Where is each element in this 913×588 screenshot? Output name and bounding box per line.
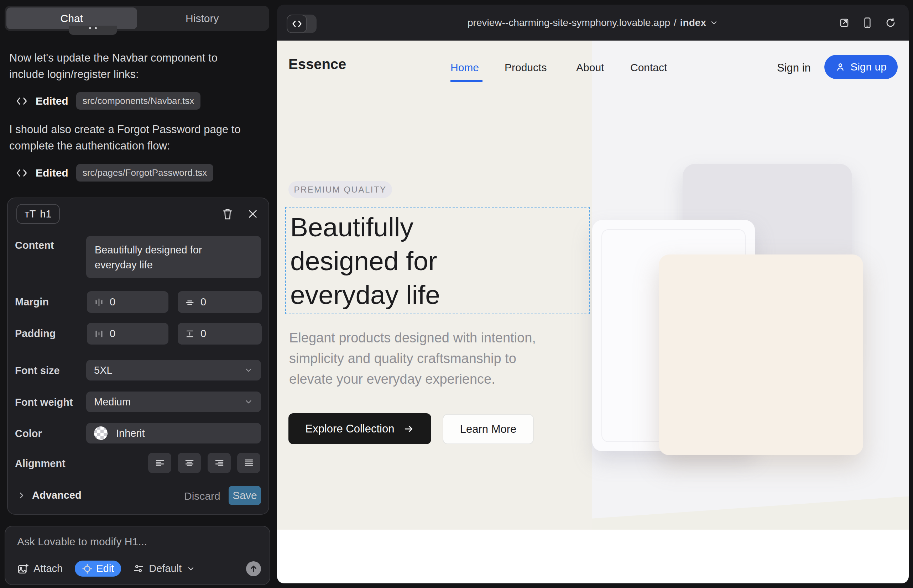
margin-y-input[interactable]: 0	[178, 291, 262, 313]
element-tag: h1	[40, 208, 51, 220]
element-tag-pill[interactable]: тT h1	[16, 204, 60, 224]
attach-button[interactable]: Attach	[17, 563, 63, 575]
alignment-label: Alignment	[15, 458, 66, 470]
chat-message-line: include login/register links:	[9, 66, 218, 82]
edit-label: Edit	[96, 563, 114, 575]
padding-label: Padding	[15, 328, 55, 339]
align-justify-button[interactable]	[237, 453, 260, 473]
hero-heading-line: everyday life	[290, 278, 440, 312]
learn-more-button[interactable]: Learn More	[443, 414, 534, 444]
prompt-box: Ask Lovable to modify H1... Attach Edit …	[5, 526, 270, 585]
explore-collection-label: Explore Collection	[306, 423, 395, 435]
chevron-down-icon	[186, 564, 195, 573]
save-button[interactable]: Save	[228, 486, 261, 505]
content-input[interactable]: Beautifully designed for everyday life	[86, 236, 261, 278]
padding-y-input[interactable]: 0	[178, 323, 262, 344]
nav-link-home[interactable]: Home	[450, 61, 479, 74]
explore-collection-button[interactable]: Explore Collection	[288, 413, 431, 444]
preview-url[interactable]: preview--charming-site-symphony.lovable.…	[468, 17, 670, 29]
nav-link-about[interactable]: About	[576, 61, 604, 74]
padding-y-value: 0	[201, 328, 206, 339]
decorative-card-beige	[659, 255, 863, 455]
font-size-value: 5XL	[94, 365, 113, 376]
mode-select[interactable]: Default	[133, 563, 195, 575]
font-weight-select[interactable]: Medium	[86, 391, 261, 412]
align-center-button[interactable]	[178, 453, 201, 473]
attach-label: Attach	[34, 563, 63, 575]
prompt-toolbar: Attach Edit Default	[17, 561, 261, 577]
content-line: everyday life	[95, 257, 253, 272]
edit-mode-button[interactable]: Edit	[75, 561, 121, 577]
sign-up-button[interactable]: Sign up	[824, 55, 898, 79]
page-name[interactable]: index	[680, 17, 706, 29]
chat-history-tabs: Chat History	[5, 6, 269, 31]
chevron-right-icon	[17, 491, 26, 500]
code-icon[interactable]	[287, 15, 307, 33]
nav-link-contact[interactable]: Contact	[630, 61, 667, 74]
content-label: Content	[15, 239, 54, 251]
advanced-toggle[interactable]: Advanced	[17, 489, 81, 501]
color-select[interactable]: Inherit	[86, 423, 261, 444]
premium-quality-badge: PREMIUM QUALITY	[288, 181, 392, 198]
margin-label: Margin	[15, 296, 49, 308]
file-chip[interactable]: src/components/Navbar.tsx	[76, 92, 201, 110]
align-right-button[interactable]	[207, 453, 231, 473]
app-window: Chat History Now let's update the Navbar…	[0, 0, 913, 588]
image-plus-icon	[17, 563, 29, 575]
color-value: Inherit	[116, 428, 145, 439]
margin-vertical-icon	[185, 297, 195, 307]
font-size-label: Font size	[15, 365, 60, 376]
sign-in-link[interactable]: Sign in	[777, 61, 811, 74]
typography-icon: тT	[24, 208, 36, 220]
margin-x-input[interactable]: 0	[87, 291, 168, 313]
code-preview-toggle[interactable]	[287, 15, 317, 33]
path-separator: /	[674, 17, 677, 29]
edited-label: Edited	[36, 167, 68, 179]
font-weight-value: Medium	[94, 396, 131, 408]
browser-actions	[839, 5, 896, 40]
hero-heading[interactable]: Beautifully designed for everyday life	[290, 210, 440, 312]
edited-file-row: Edited src/pages/ForgotPassword.tsx	[16, 164, 213, 181]
color-label: Color	[15, 428, 42, 439]
hero-heading-line: designed for	[290, 244, 440, 278]
font-weight-label: Font weight	[15, 396, 73, 408]
preview-panel: preview--charming-site-symphony.lovable.…	[277, 5, 909, 583]
refresh-icon[interactable]	[885, 18, 896, 28]
margin-horizontal-icon	[94, 297, 104, 307]
hero-paragraph-line: simplicity and quality craftsmanship to	[289, 348, 536, 369]
element-editor-panel: тT h1 Content Beautifully designed for e…	[7, 197, 269, 515]
chat-message-line: Now let's update the Navbar component to	[9, 50, 218, 66]
arrow-up-icon	[249, 564, 258, 573]
sign-up-label: Sign up	[850, 61, 887, 73]
code-icon	[16, 96, 28, 107]
mobile-view-icon[interactable]	[863, 17, 873, 29]
chevron-down-icon[interactable]	[710, 18, 718, 27]
hero-paragraph-line: elevate your everyday experience.	[289, 369, 536, 389]
tab-history[interactable]: History	[137, 8, 268, 29]
arrow-right-icon	[403, 423, 414, 434]
delete-element-button[interactable]	[222, 207, 233, 220]
chat-message-line: complete the authentication flow:	[9, 138, 241, 154]
nav-link-products[interactable]: Products	[505, 61, 547, 74]
font-size-select[interactable]: 5XL	[86, 360, 261, 381]
mode-label: Default	[149, 563, 181, 575]
site-brand[interactable]: Essence	[288, 56, 346, 72]
hero-heading-line: Beautifully	[290, 210, 440, 244]
align-left-button[interactable]	[148, 453, 171, 473]
crosshair-icon	[82, 564, 92, 574]
advanced-label: Advanced	[32, 489, 81, 501]
chat-message: I should also create a Forgot Password p…	[9, 121, 241, 154]
discard-button[interactable]: Discard	[184, 490, 220, 502]
close-icon[interactable]	[247, 208, 259, 220]
hero-paragraph: Elegant products designed with intention…	[289, 328, 536, 389]
prompt-input[interactable]: Ask Lovable to modify H1...	[17, 536, 147, 548]
open-external-icon[interactable]	[839, 18, 850, 28]
send-button[interactable]	[246, 561, 261, 576]
active-nav-underline	[450, 80, 482, 82]
edited-file-row: Edited src/components/Navbar.tsx	[16, 92, 201, 110]
padding-x-value: 0	[110, 328, 115, 339]
file-chip[interactable]: src/pages/ForgotPassword.tsx	[76, 164, 214, 181]
padding-horizontal-icon	[94, 329, 104, 339]
chat-message-line: I should also create a Forgot Password p…	[9, 121, 241, 138]
padding-x-input[interactable]: 0	[87, 323, 168, 344]
